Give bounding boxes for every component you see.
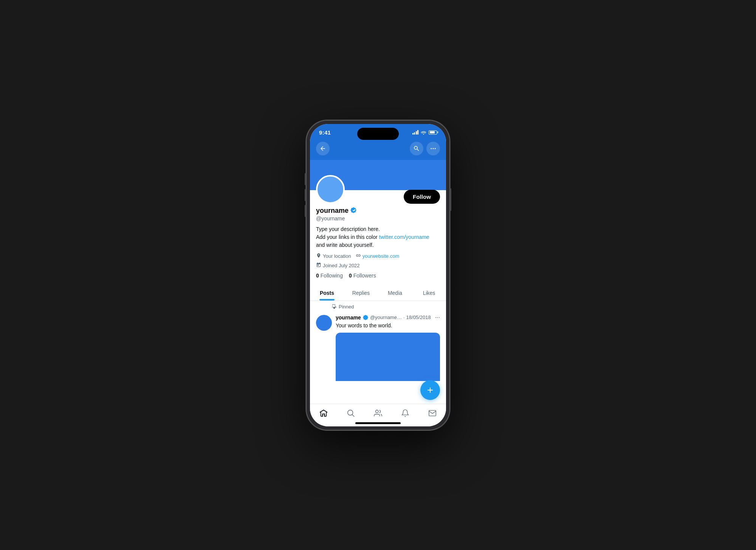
follow-counts: 0 Following 0 Followers (316, 273, 440, 279)
tweet-more-button[interactable]: ··· (435, 314, 440, 321)
display-name: yourname (316, 207, 440, 215)
tweet-text: Your words to the world. (336, 322, 440, 330)
profile-avatar-area: Follow (310, 175, 446, 204)
nav-right-actions (410, 142, 440, 155)
tab-replies[interactable]: Replies (344, 285, 378, 301)
nav-search[interactable] (342, 405, 359, 421)
compose-fab[interactable]: + (420, 380, 440, 400)
tweet-avatar (316, 315, 332, 331)
link-icon (356, 253, 361, 259)
signal-icon (412, 130, 419, 135)
website-meta: yourwebsite.com (356, 253, 400, 259)
svg-point-1 (431, 148, 432, 149)
tweet-header: yourname @yourname… · 18/05/2018 ··· (336, 314, 440, 321)
phone-screen: 9:41 (310, 124, 446, 426)
nav-notifications[interactable] (397, 405, 414, 421)
profile-tabs: Posts Replies Media Likes (310, 285, 446, 301)
join-date: Joined July 2022 (316, 262, 440, 269)
tab-media[interactable]: Media (378, 285, 412, 301)
home-indicator (355, 422, 401, 424)
phone-frame: 9:41 (306, 120, 450, 430)
bio-link[interactable]: twitter.com/yourname (379, 234, 429, 240)
verified-badge (350, 207, 357, 215)
battery-icon (429, 130, 437, 135)
website-link[interactable]: yourwebsite.com (363, 253, 400, 259)
following-count[interactable]: 0 Following (316, 273, 343, 279)
location-meta: Your location (316, 253, 351, 259)
svg-point-0 (423, 134, 424, 135)
search-icon (347, 409, 355, 417)
main-content[interactable]: Follow yourname @yourname Type your desc… (310, 160, 446, 381)
follow-button[interactable]: Follow (404, 190, 440, 204)
nav-people[interactable] (370, 405, 386, 421)
tweet-verified-icon (363, 315, 369, 321)
dynamic-island (357, 128, 399, 140)
tab-posts[interactable]: Posts (310, 285, 344, 301)
status-time: 9:41 (319, 129, 331, 136)
profile-info: yourname @yourname Type your description… (310, 207, 446, 285)
more-button[interactable] (426, 142, 440, 155)
username: @yourname (316, 215, 440, 222)
join-date-text: Joined July 2022 (323, 263, 360, 268)
status-icons (412, 130, 437, 135)
svg-point-4 (348, 410, 353, 415)
tweet-name: yourname (336, 315, 361, 321)
pin-icon (331, 304, 336, 309)
nav-home[interactable] (315, 405, 332, 421)
people-icon (374, 409, 382, 417)
wifi-icon (421, 130, 426, 135)
tab-likes[interactable]: Likes (412, 285, 446, 301)
tweet-date: 18/05/2018 (406, 315, 431, 320)
tweet-pinned: yourname @yourname… · 18/05/2018 ··· You… (310, 311, 446, 381)
location-icon (316, 253, 321, 259)
svg-point-2 (433, 148, 434, 149)
svg-line-5 (352, 415, 355, 417)
tweet-content: yourname @yourname… · 18/05/2018 ··· You… (336, 314, 440, 381)
search-button[interactable] (410, 142, 423, 155)
notifications-icon (401, 409, 409, 417)
nav-bar (310, 139, 446, 160)
home-icon (319, 409, 328, 417)
profile-meta: Your location yourwebsite.com (316, 253, 440, 259)
tweet-handle: @yourname… (370, 315, 402, 320)
bio: Type your description here. Add your lin… (316, 225, 440, 249)
messages-icon (428, 409, 437, 417)
nav-messages[interactable] (424, 405, 441, 421)
back-button[interactable] (316, 142, 330, 155)
pinned-label: Pinned (310, 301, 446, 311)
avatar (316, 175, 345, 204)
tweet-image (336, 333, 440, 381)
calendar-icon (316, 262, 321, 269)
svg-point-6 (376, 410, 378, 413)
location-text: Your location (323, 253, 351, 259)
status-bar: 9:41 (310, 124, 446, 139)
followers-count[interactable]: 0 Followers (349, 273, 376, 279)
svg-point-3 (435, 148, 436, 149)
